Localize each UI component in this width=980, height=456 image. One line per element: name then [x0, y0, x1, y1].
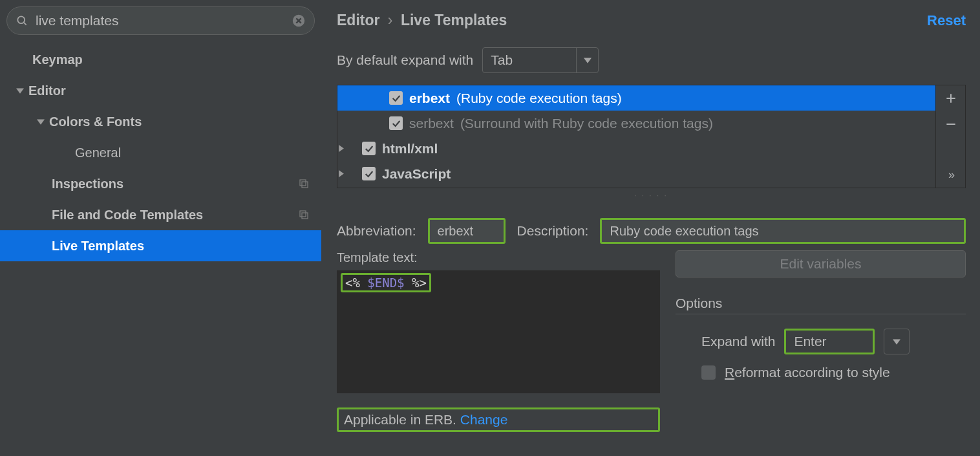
expand-with-select[interactable]: Enter — [784, 329, 875, 354]
template-group-javascript[interactable]: JavaScript — [337, 161, 935, 186]
options-group: Options Expand with Enter Reformat accor… — [676, 296, 966, 391]
svg-rect-5 — [300, 211, 306, 217]
sidebar-item-label: Keymap — [32, 52, 321, 67]
description-input[interactable] — [600, 218, 966, 244]
sidebar-item-editor[interactable]: Editor — [0, 75, 321, 106]
sidebar-item-label: General — [75, 146, 321, 160]
svg-rect-4 — [302, 182, 308, 188]
settings-sidebar: Keymap Editor Colors & Fonts General Ins… — [0, 0, 321, 456]
reset-link[interactable]: Reset — [927, 12, 966, 29]
chevron-down-icon — [32, 118, 49, 125]
sidebar-item-live-templates[interactable]: Live Templates — [0, 230, 321, 261]
expand-with-label: Expand with — [701, 334, 775, 349]
chevron-down-icon — [12, 87, 28, 94]
project-scope-icon — [298, 178, 310, 190]
template-group-name: html/xml — [382, 141, 438, 157]
chevron-down-icon — [576, 48, 598, 72]
sidebar-item-label: Colors & Fonts — [49, 114, 321, 129]
abbreviation-input[interactable] — [428, 218, 506, 244]
template-desc: (Surround with Ruby code execution tags) — [460, 116, 713, 131]
sidebar-item-label: Editor — [28, 83, 321, 98]
description-label: Description: — [517, 223, 589, 239]
abbreviation-label: Abbreviation: — [337, 223, 416, 239]
edit-variables-button[interactable]: Edit variables — [676, 250, 966, 277]
template-item-serbext[interactable]: serbext (Surround with Ruby code executi… — [337, 111, 935, 136]
select-value: Enter — [794, 334, 826, 349]
breadcrumb-parent: Editor — [337, 12, 379, 28]
sidebar-item-colors-fonts[interactable]: Colors & Fonts — [0, 106, 321, 137]
template-text-left: Template text: <% $END$ %> Applicable in… — [337, 250, 660, 432]
default-expand-select[interactable]: Tab — [482, 47, 599, 73]
sidebar-item-label: File and Code Templates — [52, 208, 321, 223]
add-template-button[interactable] — [936, 85, 966, 111]
sidebar-item-file-code-templates[interactable]: File and Code Templates — [0, 199, 321, 230]
expand-with-row: Expand with Enter — [701, 329, 966, 354]
remove-template-button[interactable] — [936, 111, 966, 137]
reformat-label: Reformat according to style — [725, 365, 890, 380]
checkbox-icon[interactable] — [362, 167, 376, 180]
template-tag-open: <% — [345, 276, 360, 290]
template-group-html-xml[interactable]: html/xml — [337, 136, 935, 161]
sidebar-item-label: Inspections — [52, 177, 321, 191]
template-name: erbext — [409, 91, 450, 106]
applicable-text: Applicable in ERB. — [344, 412, 456, 427]
select-value: Tab — [491, 52, 513, 68]
checkbox-icon[interactable] — [389, 116, 403, 130]
project-scope-icon — [298, 209, 310, 221]
template-text-label: Template text: — [337, 250, 660, 265]
default-expand-row: By default expand with Tab — [337, 47, 966, 73]
sidebar-item-general[interactable]: General — [0, 137, 321, 168]
chevron-right-icon[interactable] — [337, 145, 356, 152]
settings-main: Editor › Live Templates Reset By default… — [321, 0, 980, 456]
template-text-row: Template text: <% $END$ %> Applicable in… — [337, 250, 966, 432]
applicable-context: Applicable in ERB. Change — [337, 407, 660, 432]
breadcrumb-current: Live Templates — [401, 12, 507, 28]
svg-line-1 — [24, 23, 27, 25]
search-input[interactable] — [6, 6, 315, 35]
template-list-area: erbext (Ruby code execution tags) serbex… — [337, 85, 966, 188]
options-title: Options — [676, 296, 966, 314]
settings-dialog: Keymap Editor Colors & Fonts General Ins… — [0, 0, 980, 456]
breadcrumb-separator: › — [388, 12, 393, 28]
template-options-column: Edit variables Options Expand with Enter — [676, 250, 966, 391]
abbrev-desc-row: Abbreviation: Description: — [337, 218, 966, 244]
template-tag-close: %> — [412, 276, 427, 290]
template-list-toolbar: » — [935, 85, 965, 188]
chevron-right-icon[interactable] — [337, 170, 356, 177]
expand-with-dropdown-button[interactable] — [884, 329, 910, 354]
search-wrap — [6, 6, 315, 35]
checkbox-icon[interactable] — [362, 142, 376, 155]
splitter-grip[interactable]: · · · · · — [337, 192, 966, 201]
reformat-checkbox[interactable] — [701, 365, 716, 380]
template-desc: (Ruby code execution tags) — [456, 91, 622, 106]
template-text-input[interactable]: <% $END$ %> — [337, 270, 660, 393]
template-list[interactable]: erbext (Ruby code execution tags) serbex… — [337, 85, 935, 188]
sidebar-item-keymap[interactable]: Keymap — [0, 44, 321, 75]
svg-point-0 — [17, 16, 25, 23]
reformat-row: Reformat according to style — [701, 365, 966, 380]
main-header: Editor › Live Templates Reset — [337, 12, 966, 29]
default-expand-label: By default expand with — [337, 52, 473, 68]
checkbox-icon[interactable] — [389, 91, 403, 105]
more-actions-button[interactable]: » — [936, 162, 966, 188]
svg-rect-6 — [302, 213, 308, 219]
template-group-name: JavaScript — [382, 166, 451, 182]
search-icon — [16, 14, 28, 27]
clear-search-icon[interactable] — [292, 14, 306, 28]
breadcrumb: Editor › Live Templates — [337, 12, 507, 29]
change-context-link[interactable]: Change — [460, 412, 508, 427]
settings-tree: Keymap Editor Colors & Fonts General Ins… — [0, 44, 321, 261]
sidebar-item-inspections[interactable]: Inspections — [0, 168, 321, 199]
template-name: serbext — [409, 116, 454, 131]
template-item-erbext[interactable]: erbext (Ruby code execution tags) — [337, 85, 935, 111]
svg-rect-3 — [300, 180, 306, 186]
template-variable: $END$ — [367, 276, 404, 290]
sidebar-item-label: Live Templates — [52, 239, 321, 254]
